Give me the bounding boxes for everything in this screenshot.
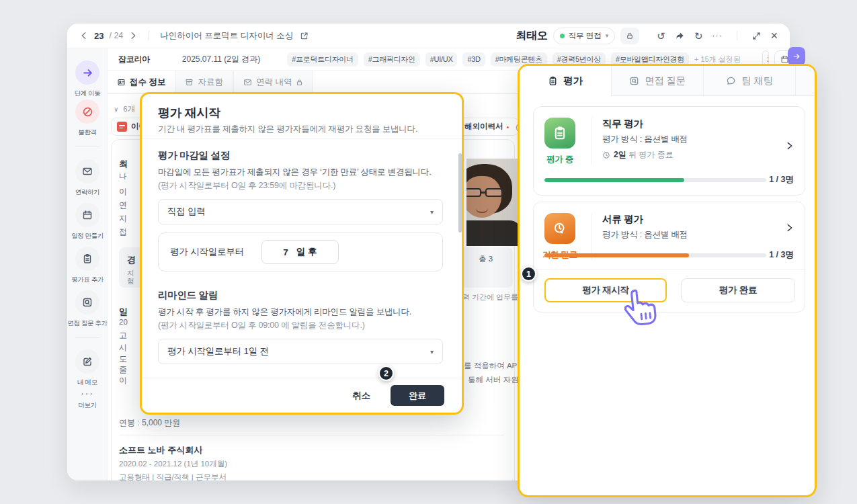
remind-desc-sub: (평가 시작일로부터 O일 후 09:00 에 알림을 전송합니다.) (158, 320, 365, 331)
share-button[interactable] (675, 31, 685, 41)
sidebar-item-move-stage[interactable]: 단계 이동 (67, 60, 108, 98)
job-evaluation-card[interactable]: 평가 중 직무 평가 평가 방식 : 옵션별 배점 2일 뒤 평가 종료 1 /… (533, 106, 805, 196)
deadline-section-title: 평가 마감일 설정 (158, 149, 230, 162)
tab-team-chat[interactable]: 팀 채팅 (704, 66, 796, 95)
eval-progress-fill (544, 178, 684, 182)
refresh-button[interactable]: ↻ (694, 31, 703, 41)
deadline-select-value: 직접 입력 (167, 206, 206, 218)
sidebar-item-label: 불합격 (78, 128, 96, 137)
stage-status-dot (560, 34, 565, 38)
document-evaluation-card[interactable]: 기한 만료 서류 평가 평가 방식 : 옵션별 배점 1 / 3명 평가 재시작… (533, 202, 805, 312)
clipboard-icon (553, 126, 567, 140)
panel-tabs: 평가 면접 질문 팀 채팅 (520, 66, 815, 96)
cancel-button[interactable]: 취소 (352, 390, 370, 402)
schedule-icon-circle (75, 203, 99, 227)
overseas-resume-label: 해외이력서 (464, 122, 503, 132)
more-menu-button[interactable]: ··· (712, 32, 722, 40)
purple-shortcut-button[interactable] (788, 47, 805, 66)
sidebar-item-my-memo[interactable]: 내 메모 (67, 349, 108, 387)
employment-period: 2020.02 - 2021.12 (1년 10개월) (119, 459, 227, 469)
more-tags-label[interactable]: + 15개 설정됨 (694, 54, 741, 65)
schedule-text: 2024. 08. 16 (목) 오전 10:00~11:00 (768, 54, 769, 65)
envelope-icon (243, 78, 252, 87)
expand-window-button[interactable] (752, 32, 761, 40)
pencil-square-icon (82, 356, 93, 367)
document-group-row[interactable]: ∨ 6개 (114, 104, 135, 114)
stage-dropdown-value: 직무 면접 (569, 31, 602, 41)
confirm-button[interactable]: 완료 (391, 385, 444, 406)
sidebar-divider (75, 146, 99, 147)
remind-select[interactable]: 평가 시작일로부터 1일 전 ▾ (158, 339, 443, 364)
divider (142, 138, 462, 139)
sidebar-item-create-schedule[interactable]: 일정 만들기 (67, 203, 108, 241)
sidebar-item-add-scorecard[interactable]: 평가표 추가 (67, 247, 108, 284)
sidebar-item-contact[interactable]: 연락하기 (67, 159, 108, 197)
bg-fragment: 고 (119, 330, 127, 341)
tab-evaluation[interactable]: 평가 (520, 66, 612, 96)
deadline-days-box: 평가 시작일로부터 7 일 후 (158, 233, 443, 271)
chevron-right-icon (784, 140, 795, 151)
overseas-resume-chip[interactable]: 해외이력서 • ( (458, 118, 519, 136)
modal-scrollbar[interactable] (458, 153, 462, 233)
bg-fragment: 20 (119, 318, 128, 326)
caret-down-icon: ▾ (430, 208, 434, 216)
bg-fragment: 나 (119, 171, 127, 181)
sidebar-item-add-interview-question[interactable]: 면접 질문 추가 (67, 290, 108, 328)
tag-chip[interactable]: #프로덕트디자이너 (287, 52, 358, 67)
close-window-button[interactable]: × (770, 30, 778, 42)
sidebar-item-reject[interactable]: 불합격 (67, 99, 108, 137)
next-candidate-button[interactable] (128, 31, 138, 40)
tab-contact-history[interactable]: 연락 내역 (233, 71, 313, 94)
open-eval-chevron[interactable] (784, 140, 795, 154)
divider (119, 435, 504, 435)
tutorial-step-1-badge: 1 (521, 266, 536, 282)
calendar-icon (82, 210, 93, 220)
lock-icon (626, 32, 634, 40)
doc-eval-icon-tile (544, 213, 575, 244)
expand-icon (752, 32, 761, 40)
days-input[interactable]: 7 일 후 (261, 240, 339, 264)
eval-progress-bar (544, 253, 766, 257)
deadline-select[interactable]: 직접 입력 ▾ (158, 199, 443, 224)
bg-fragment: 험 (127, 277, 134, 286)
tag-chip[interactable]: #3D (462, 52, 485, 67)
history-button[interactable]: ↺ (657, 31, 665, 41)
eval-due-row: 2일 뒤 평가 종료 (602, 149, 674, 161)
tab-label: 연락 내역 (256, 77, 292, 88)
chevron-right-icon (128, 31, 138, 40)
arrow-right-icon (82, 67, 93, 79)
sidebar-item-more[interactable]: ··· 더보기 (67, 390, 108, 410)
deadline-desc-sub: (평가 시작일로부터 O일 후 23:59에 마감됩니다.) (158, 180, 335, 192)
tab-files[interactable]: 자료함 (175, 71, 233, 94)
envelope-icon (82, 166, 93, 177)
evaluation-panel: 평가 면접 질문 팀 채팅 평가 중 직무 평가 평가 방식 : 옵션별 배점 … (518, 64, 817, 497)
modal-title: 평가 재시작 (158, 105, 220, 121)
lock-button[interactable] (620, 28, 639, 44)
bg-fragment: 최 (119, 158, 128, 170)
sidebar-divider (75, 337, 99, 338)
tab-application-info[interactable]: 접수 정보 (108, 71, 175, 93)
tab-interview-questions[interactable]: 면접 질문 (612, 66, 704, 95)
external-link-icon (300, 32, 309, 40)
open-external-link[interactable] (300, 32, 309, 40)
days-from-label: 평가 시작일로부터 (170, 246, 244, 258)
tag-chip[interactable]: #그래픽디자인 (364, 52, 420, 67)
divider (534, 269, 805, 270)
move-stage-icon-circle (75, 60, 99, 85)
due-text: 뒤 평가 종료 (626, 150, 674, 159)
chevron-left-icon (79, 31, 89, 40)
bg-fragment: 줄 (119, 364, 127, 376)
sidebar-item-label: 단계 이동 (75, 89, 101, 98)
eval-progress-count: 1 / 3명 (769, 249, 794, 261)
page-total: / 24 (109, 31, 123, 40)
prev-candidate-button[interactable] (79, 31, 89, 40)
restart-evaluation-modal: 평가 재시작 기간 내 평가표를 제출하지 않은 평가자들에게 재평가 요청을 … (140, 92, 464, 415)
complete-evaluation-button[interactable]: 평가 완료 (681, 278, 795, 302)
reject-icon-circle (75, 99, 99, 124)
open-eval-chevron[interactable] (784, 222, 795, 236)
bg-fragment: 도 (119, 353, 127, 365)
remind-desc: 평가 시작 후 평가를 하지 않은 평가자에게 리마인드 알림을 보냅니다. (158, 306, 411, 318)
stage-dropdown[interactable]: 직무 면접 ▾ (553, 28, 616, 44)
sidebar-item-label: 더보기 (78, 401, 96, 410)
tag-chip[interactable]: #UI/UX (425, 52, 458, 67)
